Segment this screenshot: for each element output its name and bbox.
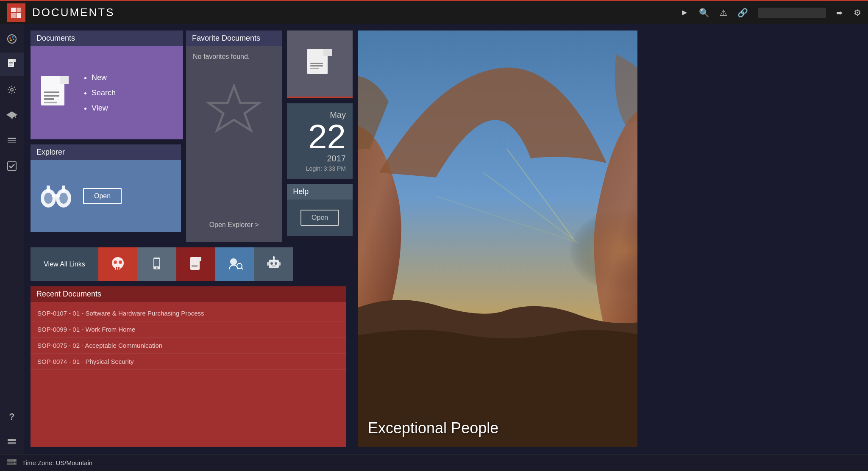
svg-point-8 <box>10 39 12 41</box>
svg-rect-2 <box>11 13 16 18</box>
svg-point-24 <box>14 440 15 441</box>
search-icon[interactable]: 🔍 <box>699 8 709 18</box>
help-header: Help <box>287 184 353 199</box>
date-day: 22 <box>294 120 346 154</box>
user-search-link-icon[interactable] <box>215 247 254 281</box>
sidebar-item-help[interactable]: ? <box>0 405 24 429</box>
help-widget: Help Open <box>287 184 353 236</box>
sidebar-item-palette[interactable] <box>0 27 24 51</box>
view-all-links-button[interactable]: View All Links <box>31 247 98 281</box>
help-open-button[interactable]: Open <box>300 210 339 226</box>
phone-link-icon[interactable] <box>137 247 176 281</box>
share-icon[interactable]: ➨ <box>836 8 843 18</box>
svg-rect-30 <box>44 95 59 97</box>
svg-rect-59 <box>192 265 198 266</box>
app-logo <box>7 3 25 22</box>
alert-icon[interactable]: ⚠ <box>720 8 727 18</box>
doc-link-search[interactable]: Search <box>92 85 116 100</box>
hero-image-svg <box>358 30 637 447</box>
svg-rect-16 <box>11 116 13 119</box>
svg-point-55 <box>156 267 158 269</box>
content-area: Documents <box>24 24 868 454</box>
doc-link-new[interactable]: New <box>92 70 116 85</box>
svg-point-7 <box>13 39 14 40</box>
sidebar-item-server[interactable] <box>0 430 24 454</box>
explorer-widget: Explorer <box>31 144 181 232</box>
svg-rect-1 <box>17 8 21 12</box>
recent-doc-item[interactable]: SOP-0075 - 02 - Acceptable Communication <box>31 338 346 354</box>
document-link-icon[interactable] <box>176 247 215 281</box>
svg-rect-20 <box>8 142 16 143</box>
svg-rect-39 <box>62 186 65 192</box>
svg-point-6 <box>12 36 14 38</box>
svg-rect-12 <box>9 65 12 66</box>
svg-rect-3 <box>17 13 21 18</box>
page-title: DOCUMENTS <box>32 6 680 19</box>
doc-thumbnail <box>287 30 353 98</box>
recent-doc-item[interactable]: SOP-0074 - 01 - Physical Security <box>31 354 346 370</box>
svg-rect-0 <box>11 8 16 12</box>
recent-doc-item[interactable]: SOP-0099 - 01 - Work From Home <box>31 321 346 338</box>
svg-rect-64 <box>269 260 279 268</box>
svg-rect-38 <box>47 186 50 192</box>
documents-widget-header: Documents <box>31 30 183 46</box>
svg-rect-11 <box>9 64 13 64</box>
documents-links-list: New Search View <box>83 70 116 116</box>
sidebar-item-graduation[interactable] <box>0 103 24 127</box>
bottom-bar: Time Zone: US/Mountain <box>0 454 868 471</box>
svg-point-25 <box>14 443 15 444</box>
top-row: Documents <box>31 30 353 242</box>
svg-point-35 <box>44 193 53 204</box>
sidebar-item-settings[interactable] <box>0 78 24 102</box>
nav-icons: ► 🔍 ⚠ 🔗 ➨ ⚙ <box>680 8 861 18</box>
recent-doc-item[interactable]: SOP-0107 - 01 - Software & Hardware Purc… <box>31 305 346 321</box>
svg-point-48 <box>114 260 117 264</box>
skull-link-icon[interactable] <box>98 247 137 281</box>
svg-rect-32 <box>44 102 57 103</box>
document-file-icon <box>39 74 73 112</box>
body-area: ? Do <box>0 24 868 454</box>
svg-rect-51 <box>116 267 117 270</box>
svg-rect-21 <box>8 162 16 170</box>
sidebar-item-documents[interactable] <box>0 53 24 76</box>
svg-rect-31 <box>44 98 54 100</box>
explorer-widget-header: Explorer <box>31 144 181 160</box>
link-icon[interactable]: 🔗 <box>737 8 748 18</box>
hero-section: Exceptional People <box>358 30 637 447</box>
svg-rect-45 <box>310 65 323 66</box>
sidebar-item-layers[interactable] <box>0 129 24 152</box>
no-favorites-text: No favorites found. <box>193 53 250 61</box>
svg-point-61 <box>230 258 237 265</box>
doc-link-view[interactable]: View <box>92 100 116 116</box>
open-explorer-link[interactable]: Open Explorer > <box>209 221 259 236</box>
docs-explorer-col: Documents <box>31 30 181 242</box>
svg-point-66 <box>275 262 277 265</box>
recent-docs-body: SOP-0107 - 01 - Software & Hardware Purc… <box>31 302 346 447</box>
svg-rect-71 <box>279 262 281 266</box>
search-input[interactable] <box>758 8 826 18</box>
svg-rect-9 <box>8 59 14 67</box>
svg-rect-28 <box>60 76 69 84</box>
svg-rect-17 <box>15 115 16 118</box>
gear-icon[interactable]: ⚙ <box>854 8 861 18</box>
navigate-icon[interactable]: ► <box>680 8 689 17</box>
documents-widget: Documents <box>31 30 183 139</box>
svg-rect-13 <box>13 59 16 62</box>
svg-rect-70 <box>267 262 269 266</box>
svg-rect-29 <box>44 91 59 93</box>
explorer-open-button[interactable]: Open <box>83 188 122 204</box>
timezone-label: Time Zone: US/Mountain <box>22 459 92 466</box>
links-row: View All Links <box>31 247 346 281</box>
svg-rect-10 <box>9 62 13 63</box>
robot-link-icon[interactable] <box>254 247 293 281</box>
svg-point-49 <box>119 260 122 264</box>
svg-rect-60 <box>192 266 198 267</box>
svg-rect-52 <box>118 267 120 270</box>
doc-thumb-icon <box>305 47 335 80</box>
svg-point-4 <box>8 35 16 43</box>
sidebar-item-checklist[interactable] <box>0 154 24 178</box>
hero-text: Exceptional People <box>358 409 509 447</box>
favorites-body: No favorites found. Open Explorer > <box>186 46 282 242</box>
date-help-col: May 22 2017 Login: 3:33 PM Help Open <box>287 30 353 242</box>
svg-point-47 <box>112 257 124 269</box>
